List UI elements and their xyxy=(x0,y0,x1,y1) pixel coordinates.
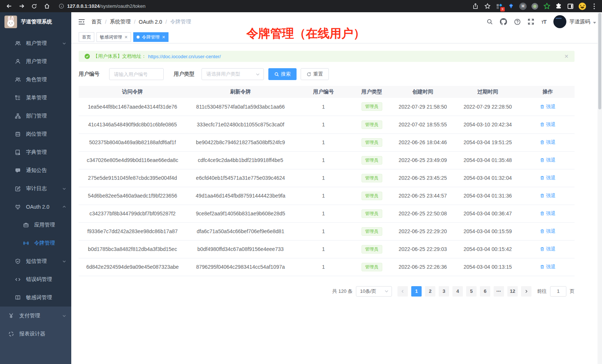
page-button-1[interactable]: 1 xyxy=(411,286,422,297)
puzzle-extensions-icon[interactable] xyxy=(554,2,563,10)
reset-button[interactable]: 重置 xyxy=(301,68,329,80)
breadcrumb-current: 令牌管理 xyxy=(170,19,191,25)
home-icon[interactable] xyxy=(42,1,52,11)
green-star-extension-icon[interactable] xyxy=(543,2,551,10)
roles-icon xyxy=(15,77,21,83)
side-panel-icon[interactable] xyxy=(566,2,575,10)
application-icon xyxy=(23,222,29,228)
page-button-3[interactable]: 3 xyxy=(439,286,449,297)
emoji-extension-icon[interactable] xyxy=(578,2,586,10)
back-icon[interactable] xyxy=(4,1,14,11)
goto-page-input[interactable] xyxy=(550,286,566,297)
audit-log-icon xyxy=(15,186,21,192)
page-button-12[interactable]: 12 xyxy=(507,286,518,297)
scrollbar-thumb[interactable] xyxy=(598,13,601,109)
page-button-6[interactable]: 6 xyxy=(480,286,490,297)
sidebar-item-sms[interactable]: 短信管理 xyxy=(0,252,71,270)
force-logout-button[interactable]: 强退 xyxy=(540,121,556,128)
force-logout-button[interactable]: 强退 xyxy=(540,192,556,199)
token-table: 访问令牌 刷新令牌 用户编号 用户类型 创建时间 过期时间 操作 1ea5e44… xyxy=(79,86,575,276)
doc-link[interactable]: https://doc.iocoder.cn/user-center/ xyxy=(148,54,221,59)
font-size-icon[interactable]: TT xyxy=(542,19,546,25)
select-chevron-icon xyxy=(256,72,260,76)
user-type-select[interactable]: 请选择用户类型 xyxy=(202,68,264,80)
sidebar-item-sensitive-words[interactable]: 敏感词管理 xyxy=(0,288,71,307)
sidebar-item-tenant[interactable]: 租户管理 xyxy=(0,34,71,52)
chevron-left-icon xyxy=(401,289,405,293)
page-ellipsis[interactable]: ••• xyxy=(494,286,504,297)
close-tab-icon[interactable]: ✕ xyxy=(124,35,128,40)
collapse-sidebar-icon[interactable] xyxy=(78,18,85,26)
address-bar[interactable]: 127.0.0.1:1024/system/oauth2/token xyxy=(59,3,469,9)
force-logout-button[interactable]: 强退 xyxy=(540,246,556,252)
sidebar-item-oauth[interactable]: OAuth 2.0 xyxy=(0,198,71,216)
reload-icon[interactable] xyxy=(29,1,39,11)
share-icon[interactable] xyxy=(471,2,480,10)
sidebar-item-notice[interactable]: 通知公告 xyxy=(0,161,71,179)
close-tab-icon[interactable]: ✕ xyxy=(162,35,165,40)
app-logo[interactable]: 芋道管理系统 xyxy=(0,12,71,31)
page-button-4[interactable]: 4 xyxy=(452,286,463,297)
sidebar-item-report-designer[interactable]: 报表设计器 xyxy=(0,325,71,343)
sidebar-item-menu[interactable]: 菜单管理 xyxy=(0,89,71,107)
sidebar-item-dict[interactable]: 字典管理 xyxy=(0,143,71,161)
page-button-5[interactable]: 5 xyxy=(466,286,477,297)
sidebar-item-oauth-token[interactable]: 令牌管理 xyxy=(0,234,71,252)
user-menu[interactable]: 芋道源码 xyxy=(553,15,596,28)
table-row: f9336e7c7dd242a283ee98dc86b17a87 dfa6c71… xyxy=(79,222,575,240)
col-refresh-token: 刷新令牌 xyxy=(186,86,295,98)
search-button[interactable]: 搜索 xyxy=(268,68,297,80)
force-logout-button[interactable]: 强退 xyxy=(540,228,556,235)
chevron-up-icon xyxy=(62,205,66,209)
sidebar-item-dept[interactable]: 部门管理 xyxy=(0,107,71,125)
alert-close-icon[interactable]: ✕ xyxy=(564,53,569,59)
fullscreen-icon[interactable] xyxy=(528,19,534,25)
table-row: 6d842e2924594de9a09e45e087323abe 8796295… xyxy=(79,258,575,276)
force-logout-button[interactable]: 强退 xyxy=(540,175,556,181)
user-id-input[interactable] xyxy=(109,68,164,80)
force-logout-button[interactable]: 强退 xyxy=(540,210,556,217)
extension-badge: 9 xyxy=(500,7,505,11)
forward-icon[interactable] xyxy=(16,1,27,11)
user-type-badge: 管理员 xyxy=(361,156,382,165)
post-badge-icon xyxy=(15,131,21,137)
breadcrumb: 首页 / 系统管理 / OAuth 2.0 / 令牌管理 xyxy=(91,19,191,25)
filter-form: 用户编号 用户类型 请选择用户类型 搜索 重置 xyxy=(79,68,575,80)
page-size-select[interactable]: 10条/页 xyxy=(356,286,392,297)
user-type-badge: 管理员 xyxy=(361,227,382,236)
github-icon[interactable] xyxy=(500,19,507,25)
sidebar-item-payment[interactable]: 支付管理 xyxy=(0,307,71,325)
tab-home[interactable]: 首页 xyxy=(79,32,94,42)
alert-text: 【用户体系】文档地址： xyxy=(93,53,146,60)
command-extension-icon[interactable]: ⌘ xyxy=(519,2,527,10)
force-logout-button[interactable]: 强退 xyxy=(540,103,556,110)
breadcrumb-home[interactable]: 首页 xyxy=(91,19,102,25)
search-icon[interactable] xyxy=(487,19,493,25)
page-button-2[interactable]: 2 xyxy=(425,286,435,297)
sidebar-item-post[interactable]: 岗位管理 xyxy=(0,125,71,143)
force-logout-button[interactable]: 强退 xyxy=(540,139,556,146)
caret-down-icon xyxy=(593,22,596,24)
tab-sensitive-words[interactable]: 敏感词管理 ✕ xyxy=(96,32,131,42)
logo-rabbit-avatar xyxy=(4,16,17,28)
chevron-down-icon xyxy=(62,187,66,191)
browser-menu-icon[interactable] xyxy=(590,2,598,10)
sidebar-item-audit-log[interactable]: 审计日志 xyxy=(0,179,71,198)
user-id-label: 用户编号 xyxy=(79,71,99,77)
bookmark-star-icon[interactable] xyxy=(483,2,491,10)
tab-token-management[interactable]: 令牌管理 ✕ xyxy=(133,32,169,42)
browser-scrollbar[interactable] xyxy=(598,12,602,364)
sidebar-item-error-code[interactable]: 错误码管理 xyxy=(0,270,71,288)
sidebar-item-role[interactable]: 角色管理 xyxy=(0,70,71,89)
next-page-button[interactable] xyxy=(521,286,531,297)
help-icon[interactable] xyxy=(514,19,521,25)
dot-extension-icon[interactable] xyxy=(531,2,539,10)
gem-extension-icon[interactable] xyxy=(507,2,515,10)
sidebar-item-user[interactable]: 用户管理 xyxy=(0,52,71,70)
breadcrumb-system[interactable]: 系统管理 xyxy=(110,19,131,25)
breadcrumb-oauth[interactable]: OAuth 2.0 xyxy=(139,19,162,25)
sidebar-item-oauth-app[interactable]: 应用管理 xyxy=(0,216,71,234)
force-logout-button[interactable]: 强退 xyxy=(540,264,556,270)
extension-grid-icon[interactable]: 9 xyxy=(495,2,503,10)
force-logout-button[interactable]: 强退 xyxy=(540,157,556,163)
